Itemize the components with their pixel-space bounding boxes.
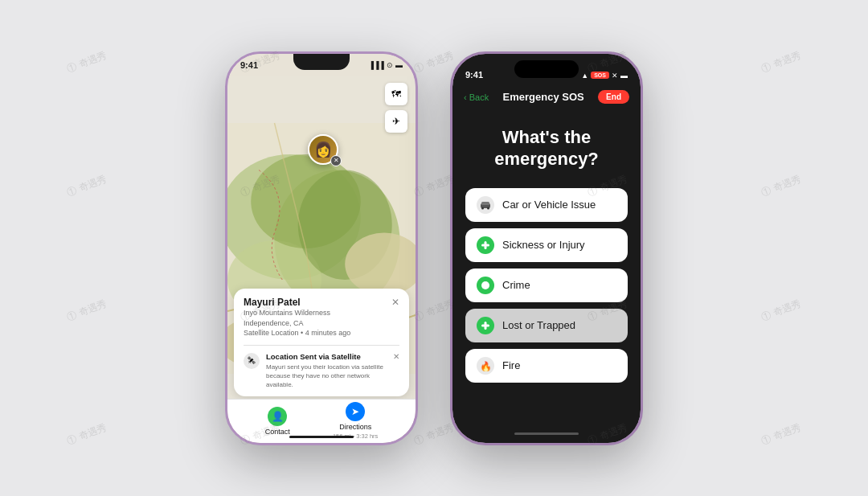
phone-sos: 9:41 ▲ SOS ✕ ▬ ‹ Back Emergency SOS End: [450, 51, 643, 445]
watermark-cell: ① 奇遇秀: [678, 0, 868, 150]
directions-action-button[interactable]: ➤ Directions 156 mi • 3:32 hrs: [333, 402, 378, 440]
svg-point-11: [481, 207, 484, 209]
sos-content: What's the emergency? Car or Vehicle Iss…: [452, 112, 641, 426]
option-label-sickness: Sickness or Injury: [502, 239, 585, 251]
status-icons-sos: ▲ SOS ✕ ▬: [581, 72, 628, 80]
emergency-question: What's the emergency?: [465, 126, 628, 170]
question-line2: emergency?: [494, 149, 599, 169]
option-label-fire: Fire: [502, 359, 520, 371]
watermark-cell: ① 奇遇秀: [0, 0, 190, 150]
watermark-cell: ① 奇遇秀: [678, 346, 868, 496]
option-icon-fire: 🔥: [477, 357, 494, 375]
option-item-lost[interactable]: Lost or Trapped: [465, 309, 628, 342]
contact-location-line1: Inyo Mountains Wilderness: [244, 308, 350, 318]
option-item-sickness[interactable]: Sickness or Injury: [465, 228, 628, 262]
directions-action-label: Directions: [339, 423, 371, 431]
option-icon-car: [477, 196, 494, 214]
status-time-maps: 9:41: [240, 60, 258, 70]
avatar-close-icon: ✕: [330, 155, 342, 166]
no-signal-icon: ✕: [612, 72, 618, 80]
watermark-cell: ① 奇遇秀: [678, 222, 868, 398]
contact-action-button[interactable]: 👤 Contact: [265, 407, 290, 436]
back-button[interactable]: ‹ Back: [464, 92, 489, 102]
location-icon: ✈: [392, 116, 400, 127]
svg-point-12: [487, 207, 489, 209]
options-list: Car or Vehicle IssueSickness or InjuryCr…: [465, 188, 628, 383]
card-close-button[interactable]: ✕: [391, 297, 399, 308]
watermark-cell: ① 奇遇秀: [0, 346, 190, 496]
question-line1: What's the: [502, 127, 591, 147]
option-item-car[interactable]: Car or Vehicle Issue: [465, 188, 628, 222]
svg-rect-17: [481, 324, 489, 326]
nav-bar-sos: ‹ Back Emergency SOS End: [452, 83, 641, 112]
notch: [293, 54, 350, 70]
status-icons-maps: ▐▐▐ ⊙ ▬: [369, 61, 403, 69]
map-location-button[interactable]: ✈: [385, 110, 407, 133]
option-label-crime: Crime: [502, 279, 530, 291]
phone-maps: 9:41 ▐▐▐ ⊙ ▬: [225, 51, 418, 445]
svg-point-15: [481, 281, 489, 289]
battery-icon-sos: ▬: [620, 72, 628, 80]
contact-action-label: Contact: [265, 428, 290, 436]
contact-name: Mayuri Patel: [244, 297, 350, 308]
satellite-text-block: Location Sent via Satellite Mayuri sent …: [266, 352, 387, 390]
option-label-car: Car or Vehicle Issue: [502, 199, 596, 211]
signal-icon: ▐▐▐: [369, 61, 384, 69]
svg-rect-14: [481, 244, 489, 246]
watermark-cell: ① 奇遇秀: [0, 222, 190, 398]
phones-container: 9:41 ▐▐▐ ⊙ ▬: [225, 51, 643, 445]
info-card: Mayuri Patel Inyo Mountains Wilderness I…: [234, 289, 409, 396]
option-item-crime[interactable]: Crime: [465, 268, 628, 302]
satellite-title: Location Sent via Satellite: [266, 352, 387, 361]
end-button[interactable]: End: [598, 90, 629, 104]
contact-action-icon: 👤: [268, 407, 287, 426]
wifi-icon: ⊙: [387, 61, 393, 69]
satellite-close-button[interactable]: ✕: [393, 352, 399, 361]
avatar-pin: 👩 ✕: [308, 134, 338, 165]
chevron-left-icon: ‹: [464, 92, 467, 102]
status-time-sos: 9:41: [465, 70, 483, 80]
watermark-cell: ① 奇遇秀: [0, 98, 190, 274]
maps-screen: 9:41 ▐▐▐ ⊙ ▬: [227, 54, 416, 443]
option-icon-sickness: [477, 236, 494, 254]
location-arrow-icon: ▲: [581, 72, 588, 80]
map-layers-button[interactable]: 🗺: [385, 83, 407, 105]
directions-action-icon: ➤: [346, 402, 365, 421]
satellite-desc: Mayuri sent you their location via satel…: [266, 363, 387, 390]
svg-text:🔥: 🔥: [480, 360, 491, 371]
sos-status-badge: SOS: [591, 72, 609, 79]
back-label: Back: [469, 92, 489, 102]
card-header: Mayuri Patel Inyo Mountains Wilderness I…: [244, 297, 399, 338]
card-divider: [244, 345, 399, 346]
svg-rect-10: [481, 202, 489, 205]
contact-timestamp: Satellite Location • 4 minutes ago: [244, 328, 350, 338]
option-label-lost: Lost or Trapped: [502, 319, 575, 331]
option-icon-lost: [477, 317, 494, 334]
dynamic-island: [514, 60, 579, 78]
directions-icon: ➤: [351, 406, 359, 417]
home-indicator-maps: [289, 436, 354, 438]
satellite-icon: 🛰: [244, 353, 260, 369]
contact-icon: 👤: [272, 411, 284, 422]
watermark-cell: ① 奇遇秀: [678, 98, 868, 274]
map-controls[interactable]: 🗺 ✈: [385, 83, 407, 133]
home-indicator-sos: [514, 432, 579, 435]
battery-icon: ▬: [395, 61, 403, 69]
card-name-block: Mayuri Patel Inyo Mountains Wilderness I…: [244, 297, 350, 338]
satellite-notice: 🛰 Location Sent via Satellite Mayuri sen…: [244, 352, 399, 390]
sos-screen: 9:41 ▲ SOS ✕ ▬ ‹ Back Emergency SOS End: [452, 54, 641, 443]
option-icon-crime: [477, 277, 494, 294]
layers-icon: 🗺: [391, 88, 401, 100]
option-item-fire[interactable]: 🔥Fire: [465, 349, 628, 383]
contact-location-line2: Independence, CA: [244, 318, 350, 329]
nav-title: Emergency SOS: [503, 91, 584, 103]
